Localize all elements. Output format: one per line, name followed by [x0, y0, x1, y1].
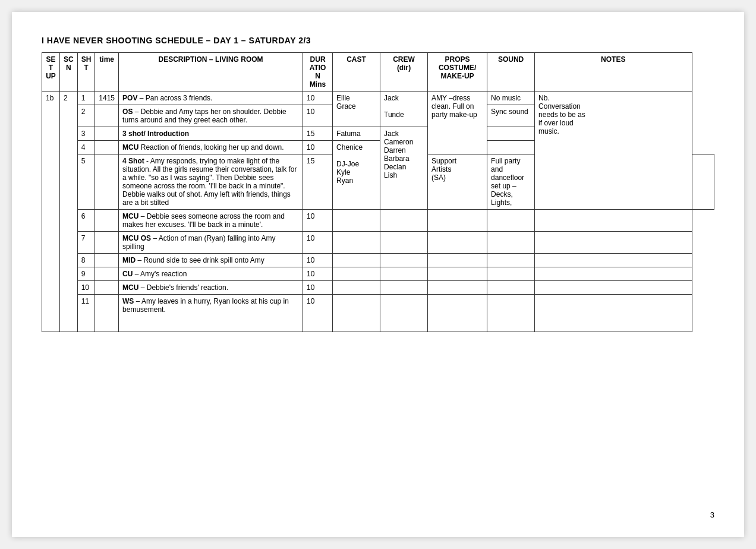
table-cell-description: POV – Pan across 3 friends. — [119, 91, 303, 105]
table-cell — [333, 281, 380, 295]
table-cell: Fatuma — [333, 127, 380, 141]
schedule-table: SE T UP SC N SH T time DESCRIPTION – LIV… — [42, 52, 714, 332]
table-cell: 2 — [77, 105, 95, 127]
table-cell: Sync sound — [487, 105, 535, 127]
table-row: 1b211415POV – Pan across 3 friends.10Ell… — [42, 91, 714, 105]
table-cell — [380, 267, 428, 281]
table-row: 9CU – Amy's reaction10 — [42, 267, 714, 281]
table-cell: Support Artists (SA) — [428, 154, 487, 210]
table-cell: 2 — [60, 91, 78, 332]
header-sc-n: SC N — [60, 53, 78, 91]
header-time: time — [95, 53, 119, 91]
table-cell — [428, 232, 487, 254]
header-cast: CAST — [333, 53, 380, 91]
table-cell — [95, 210, 119, 232]
table-cell-description: OS – Debbie and Amy taps her on shoulder… — [119, 105, 303, 127]
table-cell: 8 — [77, 254, 95, 267]
table-cell-description: MID – Round side to see drink spill onto… — [119, 254, 303, 267]
table-cell: 7 — [77, 232, 95, 254]
table-cell — [535, 254, 692, 267]
table-cell: 1 — [77, 91, 95, 105]
table-cell — [95, 254, 119, 267]
table-cell — [380, 295, 428, 332]
table-cell: No music — [487, 91, 535, 105]
table-cell: 6 — [77, 210, 95, 232]
table-cell — [95, 232, 119, 254]
table-cell: 10 — [303, 232, 333, 254]
header-crew: CREW (dir) — [380, 53, 428, 91]
table-cell — [95, 154, 119, 210]
table-cell: 10 — [77, 281, 95, 295]
table-cell-description: MCU – Debbie sees someone across the roo… — [119, 210, 303, 232]
table-cell: AMY –dress clean. Full on party make-up — [428, 91, 487, 154]
table-cell — [380, 281, 428, 295]
table-cell: 1b — [42, 91, 60, 332]
table-cell — [428, 295, 487, 332]
table-row: 11WS – Amy leaves in a hurry, Ryan looks… — [42, 295, 714, 332]
table-cell-description: 3 shot/ Introduction — [119, 127, 303, 141]
table-cell — [333, 254, 380, 267]
table-row: 10MCU – Debbie's friends' reaction.10 — [42, 281, 714, 295]
table-cell — [380, 232, 428, 254]
table-row: 8MID – Round side to see drink spill ont… — [42, 254, 714, 267]
page-number: 3 — [710, 510, 714, 519]
table-cell-description: MCU – Debbie's friends' reaction. — [119, 281, 303, 295]
table-cell — [95, 105, 119, 127]
header-sh-t: SH T — [77, 53, 95, 91]
table-cell: 1415 — [95, 91, 119, 105]
table-cell — [487, 254, 535, 267]
table-cell: 15 — [303, 154, 333, 210]
table-cell: 11 — [77, 295, 95, 332]
table-cell: 9 — [77, 267, 95, 281]
page: I HAVE NEVER SHOOTING SCHEDULE – DAY 1 –… — [12, 12, 744, 537]
page-title: I HAVE NEVER SHOOTING SCHEDULE – DAY 1 –… — [42, 36, 714, 45]
table-cell — [95, 281, 119, 295]
table-cell — [95, 141, 119, 154]
table-cell-description: MCU Reaction of friends, looking her up … — [119, 141, 303, 154]
table-cell: 10 — [303, 281, 333, 295]
header-notes: NOTES — [535, 53, 692, 91]
table-cell — [333, 232, 380, 254]
header-props: PROPS COSTUME/ MAKE-UP — [428, 53, 487, 91]
table-cell: 5 — [77, 154, 95, 210]
header-set-up: SE T UP — [42, 53, 60, 91]
table-cell — [487, 127, 535, 141]
table-cell — [535, 295, 692, 332]
table-cell — [692, 154, 714, 210]
table-cell — [333, 267, 380, 281]
table-cell — [487, 232, 535, 254]
table-cell — [487, 267, 535, 281]
table-cell — [95, 127, 119, 141]
table-cell: Jack Cameron Darren Barbara Declan Lish — [380, 127, 428, 210]
table-header-row: SE T UP SC N SH T time DESCRIPTION – LIV… — [42, 53, 714, 91]
table-cell: Full party and dancefloor set up – Decks… — [487, 154, 535, 210]
table-cell-description: 4 Shot - Amy responds, trying to make li… — [119, 154, 303, 210]
table-cell: 4 — [77, 141, 95, 154]
table-cell — [535, 232, 692, 254]
table-cell — [95, 267, 119, 281]
table-cell — [487, 281, 535, 295]
table-cell: Chenice DJ-Joe Kyle Ryan — [333, 141, 380, 210]
table-cell: 10 — [303, 254, 333, 267]
table-cell — [487, 295, 535, 332]
table-cell — [428, 267, 487, 281]
table-cell — [333, 210, 380, 232]
table-cell: Ellie Grace — [333, 91, 380, 127]
table-cell: 10 — [303, 141, 333, 154]
table-cell — [487, 210, 535, 232]
header-duration: DUR ATIO N Mins — [303, 53, 333, 91]
table-cell: 10 — [303, 267, 333, 281]
table-cell: 10 — [303, 105, 333, 127]
table-cell: Nb. Conversation needs to be as if over … — [535, 91, 692, 210]
table-cell — [95, 295, 119, 332]
table-cell — [428, 281, 487, 295]
table-cell-description: MCU OS – Action of man (Ryan) falling in… — [119, 232, 303, 254]
table-cell — [487, 141, 535, 154]
table-cell-description: WS – Amy leaves in a hurry, Ryan looks a… — [119, 295, 303, 332]
table-row: 6MCU – Debbie sees someone across the ro… — [42, 210, 714, 232]
table-cell: 10 — [303, 295, 333, 332]
table-cell — [535, 281, 692, 295]
table-cell: 3 — [77, 127, 95, 141]
table-cell: 10 — [303, 210, 333, 232]
table-cell — [380, 254, 428, 267]
